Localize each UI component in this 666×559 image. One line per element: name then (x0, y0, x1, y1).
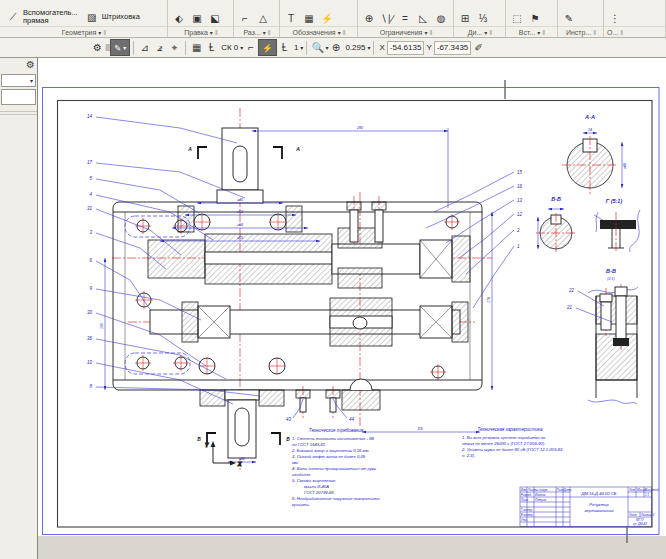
svg-text:3. Осевой люфт валов не более: 3. Осевой люфт валов не более 0,05 (292, 454, 366, 459)
part-name-2: вертикальный (584, 508, 614, 513)
doc-number: ДМ.15-Д.43.00 СБ (580, 491, 616, 496)
group-label-designations[interactable]: Обозначения▾‖ (280, 26, 357, 37)
equal-icon[interactable]: = (397, 10, 413, 26)
point-constraint-icon[interactable]: ⊕ (361, 10, 377, 26)
angle-dim-icon[interactable]: △ (255, 10, 271, 26)
zoom-scale-icon[interactable]: ⊕ (328, 40, 343, 56)
table-icon[interactable]: ▦ (301, 10, 317, 26)
hatch-button[interactable]: ▨ Штриховка (82, 8, 142, 26)
group-label-tools[interactable]: Инстр...‖ (558, 26, 603, 37)
y-coordinate-field[interactable]: -67.3435 (434, 41, 472, 55)
svg-text:Технические требования: Технические требования (309, 428, 364, 433)
grid-icon[interactable]: ▦ (189, 40, 204, 56)
aux-line-icon: ⟋ (5, 9, 21, 25)
panel-gear-icon[interactable]: ⚙ (26, 59, 35, 70)
svg-text:21: 21 (566, 305, 573, 310)
group-label-insert[interactable]: Вст...▾‖ (506, 26, 557, 37)
trim-icon[interactable]: ⬕ (207, 10, 223, 26)
zoom-select-icon[interactable]: 🔍 (310, 40, 325, 56)
svg-text:116: 116 (417, 427, 423, 431)
layer-dropdown-arrow[interactable]: ▾ (300, 44, 303, 51)
move-icon[interactable]: ⬖ (171, 10, 187, 26)
svg-text:2: 2 (516, 228, 520, 233)
svg-text:10: 10 (87, 360, 93, 365)
svg-text:Дата: Дата (563, 488, 572, 492)
y-label: Y (424, 43, 433, 52)
settings-gear-icon[interactable]: ⚙ (90, 40, 105, 56)
svg-text:красить.: красить. (292, 502, 310, 507)
svg-text:165: 165 (100, 323, 104, 329)
x-coordinate-field[interactable]: -54.6135 (387, 41, 425, 55)
ribbon-group-other: ⋮ О...‖ (604, 0, 666, 37)
svg-text:Иванов: Иванов (535, 493, 546, 497)
ortho-icon[interactable]: ⌐ (243, 40, 258, 56)
flag-icon[interactable]: ⚑ (527, 10, 543, 26)
svg-text:№ докум.: № докум. (535, 488, 548, 492)
svg-text:16: 16 (517, 184, 523, 189)
snap-perpendicular-icon[interactable]: ⊿ (137, 40, 152, 56)
fragment-icon[interactable]: ⬚ (509, 10, 525, 26)
group-label-dimensions[interactable]: Раз...▾‖ (234, 26, 279, 37)
hatch-icon: ▨ (84, 9, 100, 25)
svg-text:14: 14 (588, 128, 592, 132)
hub-keyway (353, 317, 367, 329)
svg-text:280: 280 (356, 126, 363, 130)
panel-listbox[interactable] (1, 89, 36, 105)
layer-value[interactable]: 1 (292, 43, 300, 52)
eyedropper-icon[interactable]: ✐ (471, 40, 486, 56)
svg-text:178: 178 (487, 297, 491, 303)
svg-text:22: 22 (568, 288, 575, 293)
ribbon-toolbar: ⟋ Вспомогатель... прямая ▨ Штриховка Гео… (0, 0, 666, 38)
ribbon-group-constraints: ⊕ ∖∣∕ = ◺ ◍ Ограничения▾‖ (358, 0, 454, 37)
ribbon-group-diagnostics: ⊞ ⅓ Ди...▾‖ (454, 0, 506, 37)
svg-text:2. Уровень шума не более 80 дБ: 2. Уровень шума не более 80 дБ (ГОСТ 12.… (461, 447, 563, 452)
gear-2-lower (338, 268, 382, 288)
panel-combobox[interactable]: ▾ (1, 74, 36, 87)
measure-icon[interactable]: ⅓ (475, 10, 491, 26)
aux-line-button[interactable]: ⟋ Вспомогатель... прямая (3, 8, 80, 26)
group-label-edit[interactable]: Правка▾‖ (168, 26, 233, 37)
svg-text:В-В: В-В (606, 268, 616, 274)
keyway-slot-top (233, 146, 247, 182)
group-label-diagnostics[interactable]: Ди...▾‖ (454, 26, 505, 37)
perpendicular-icon[interactable]: ◺ (415, 10, 431, 26)
drawing-svg[interactable]: 280 ⌀40 ⌀52 ⌀58 ⌀65 165 178 116 ⌀30 А А (38, 58, 666, 559)
coordinate-system-value[interactable]: СК 0 (219, 43, 240, 52)
ribbon-group-insert: ⬚ ⚑ Вст...▾‖ (506, 0, 558, 37)
svg-text:2. Боковой зазор в зацеплении: 2. Боковой зазор в зацеплении 0,16 мм. (291, 448, 369, 453)
snap-toggle-button[interactable]: ⚡ (258, 39, 277, 56)
parallel-icon[interactable]: ∖∣∕ (379, 10, 395, 26)
leader-icon[interactable]: ⚡ (319, 10, 335, 26)
more-icon[interactable]: ⋮ (607, 10, 623, 26)
svg-text:по ГОСТ 1643-81.: по ГОСТ 1643-81. (292, 442, 326, 447)
zoom-value[interactable]: 0.295 (343, 43, 367, 52)
svg-text:⌀65: ⌀65 (237, 236, 243, 240)
svg-text:1. Во всех режимах средняя нар: 1. Во всех режимах средняя наработка на (462, 435, 546, 440)
copy-icon[interactable]: ▣ (189, 10, 205, 26)
drawing-canvas[interactable]: 280 ⌀40 ⌀52 ⌀58 ⌀65 165 178 116 ⌀30 А А (38, 58, 666, 559)
svg-text:15: 15 (517, 170, 523, 175)
text-icon[interactable]: T (283, 10, 299, 26)
svg-text:36: 36 (87, 336, 93, 341)
x-label: X (377, 43, 386, 52)
group-label-constraints[interactable]: Ограничения▾‖ (358, 26, 453, 37)
snap-angle-icon[interactable]: ⦨ (152, 40, 167, 56)
grid-diag-icon[interactable]: ⊞ (457, 10, 473, 26)
tangent-icon[interactable]: ◍ (433, 10, 449, 26)
svg-text:44: 44 (349, 417, 355, 422)
svg-text:Т.контр.: Т.контр. (521, 508, 533, 512)
hatch-label: Штриховка (102, 13, 140, 21)
snap-style-button[interactable]: ✎▾ (110, 39, 130, 56)
group-label-geometry[interactable]: Геометрия▾‖ (0, 26, 167, 37)
linear-dim-icon[interactable]: ⌐ (237, 10, 253, 26)
snap-center-icon[interactable]: ⌖ (167, 40, 182, 56)
svg-text:Изм.: Изм. (521, 488, 528, 492)
ribbon-group-designations: T ▦ ⚡ Обозначения▾‖ (280, 0, 358, 37)
svg-text:п. 2.3).: п. 2.3). (462, 453, 475, 458)
svg-text:Листов 1: Листов 1 (640, 513, 655, 517)
svg-text:4. Валы должны проворачиваться: 4. Валы должны проворачиваться от руки (292, 466, 377, 471)
group-label-other[interactable]: О...‖ (604, 26, 665, 37)
zoom-dropdown-arrow[interactable]: ▾ (367, 44, 370, 51)
pen-tool-icon[interactable]: ✎ (561, 10, 577, 26)
svg-text:А: А (187, 146, 192, 152)
